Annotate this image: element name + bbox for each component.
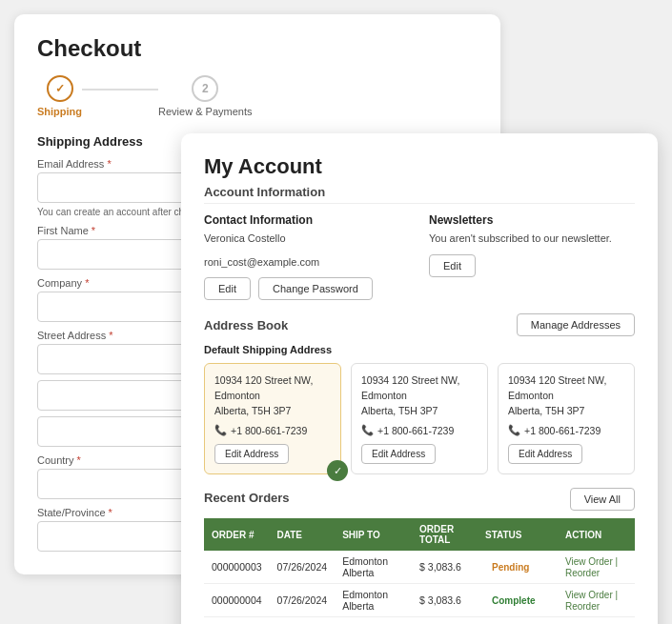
cell-action[interactable]: View Order | Reorder [558, 551, 635, 584]
table-row: 000000003 07/26/2024 Edmonton Alberta $ … [204, 551, 635, 584]
manage-addresses-button[interactable]: Manage Addresses [517, 313, 635, 336]
step-label-review: Review & Payments [158, 106, 252, 117]
cell-ship-to: Edmonton Alberta [335, 584, 412, 617]
newsletters-block: Newsletters You aren't subscribed to our… [429, 213, 635, 300]
cell-total: $ 3,083.6 [412, 584, 478, 617]
cell-order-num: 000000005 [204, 617, 270, 624]
contact-name: Veronica Costello [204, 231, 410, 247]
cell-action[interactable]: View Order | Reorder [558, 584, 635, 617]
action-link[interactable]: View Order | Reorder [565, 556, 618, 578]
view-all-button[interactable]: View All [570, 488, 635, 511]
step-connector [82, 89, 158, 91]
newsletters-title: Newsletters [429, 213, 635, 227]
address-book-header: Address Book Manage Addresses [204, 313, 635, 336]
step-circle-review: 2 [192, 75, 218, 102]
cell-date: 07/26/2024 [270, 551, 336, 584]
cell-total: $ 3,083.6 [412, 617, 478, 624]
table-row: 000000004 07/26/2024 Edmonton Alberta $ … [204, 584, 635, 617]
table-row: 000000005 07/26/2024 Edmonton Alberta $ … [204, 617, 635, 624]
status-badge: Complete [485, 594, 542, 608]
address-card-1: 10934 120 Street NW, EdmontonAlberta, T5… [204, 363, 341, 474]
change-password-button[interactable]: Change Password [258, 277, 373, 300]
step-review: 2 Review & Payments [158, 75, 252, 117]
default-shipping-label: Default Shipping Address [204, 344, 635, 355]
cell-total: $ 3,083.6 [412, 551, 478, 584]
edit-newsletter-button[interactable]: Edit [429, 254, 476, 277]
col-status: STATUS [478, 518, 558, 551]
edit-address-button-1[interactable]: Edit Address [214, 444, 289, 464]
recent-orders-title: Recent Orders [204, 491, 290, 509]
cell-ship-to: Edmonton Alberta [335, 551, 412, 584]
address-card-3: 10934 120 Street NW, EdmontonAlberta, T5… [498, 363, 635, 474]
col-total: ORDER TOTAL [412, 518, 478, 551]
address-phone-3: 📞 +1 800-661-7239 [508, 424, 624, 436]
phone-icon-1: 📞 [214, 424, 227, 436]
account-title: My Account [204, 154, 635, 179]
cell-date: 07/26/2024 [270, 584, 336, 617]
address-text-1: 10934 120 Street NW, EdmontonAlberta, T5… [214, 373, 331, 418]
address-phone-1: 📞 +1 800-661-7239 [214, 424, 331, 436]
col-order-num: ORDER # [204, 518, 270, 551]
step-circle-shipping: ✓ [47, 75, 73, 102]
cell-order-num: 000000004 [204, 584, 270, 617]
orders-table: ORDER # DATE SHIP TO ORDER TOTAL STATUS … [204, 518, 635, 624]
action-link[interactable]: View Order | Reorder [565, 590, 618, 612]
table-header-row: ORDER # DATE SHIP TO ORDER TOTAL STATUS … [204, 518, 635, 551]
cell-action[interactable]: View Order | Reorder [558, 617, 635, 624]
cell-order-num: 000000003 [204, 551, 270, 584]
cell-status: Complete [478, 584, 558, 617]
recent-orders-header: Recent Orders View All [204, 488, 635, 511]
account-card: My Account Account Information Contact I… [181, 133, 658, 624]
address-text-2: 10934 120 Street NW, EdmontonAlberta, T5… [361, 373, 478, 418]
phone-icon-2: 📞 [361, 424, 374, 436]
cell-date: 07/26/2024 [270, 617, 336, 624]
col-ship-to: SHIP TO [335, 518, 412, 551]
cell-ship-to: Edmonton Alberta [335, 617, 412, 624]
edit-address-button-3[interactable]: Edit Address [508, 444, 582, 464]
status-badge: Pending [485, 560, 536, 574]
address-card-2: 10934 120 Street NW, EdmontonAlberta, T5… [351, 363, 488, 474]
steps-row: ✓ Shipping 2 Review & Payments [37, 75, 478, 117]
edit-contact-button[interactable]: Edit [204, 277, 251, 300]
step-shipping: ✓ Shipping [37, 75, 82, 117]
checkout-title: Checkout [37, 35, 478, 62]
edit-address-button-2[interactable]: Edit Address [361, 444, 436, 464]
account-info-title: Account Information [204, 185, 635, 204]
contact-info-block: Contact Information Veronica Costello ro… [204, 213, 410, 300]
address-text-3: 10934 120 Street NW, EdmontonAlberta, T5… [508, 373, 624, 418]
newsletters-text: You aren't subscribed to our newsletter. [429, 231, 635, 247]
phone-icon-3: 📞 [508, 424, 520, 436]
cell-status: Processing [478, 617, 558, 624]
contact-info-title: Contact Information [204, 213, 410, 227]
account-info-row: Contact Information Veronica Costello ro… [204, 213, 635, 300]
cell-status: Pending [478, 551, 558, 584]
col-date: DATE [270, 518, 336, 551]
address-cards-row: 10934 120 Street NW, EdmontonAlberta, T5… [204, 363, 635, 474]
step-label-shipping: Shipping [37, 106, 82, 117]
check-badge-1: ✓ [327, 460, 348, 481]
address-phone-2: 📞 +1 800-661-7239 [361, 424, 478, 436]
address-book-title: Address Book [204, 318, 288, 332]
col-action: ACTION [558, 518, 635, 551]
contact-email: roni_cost@example.com [204, 254, 410, 271]
